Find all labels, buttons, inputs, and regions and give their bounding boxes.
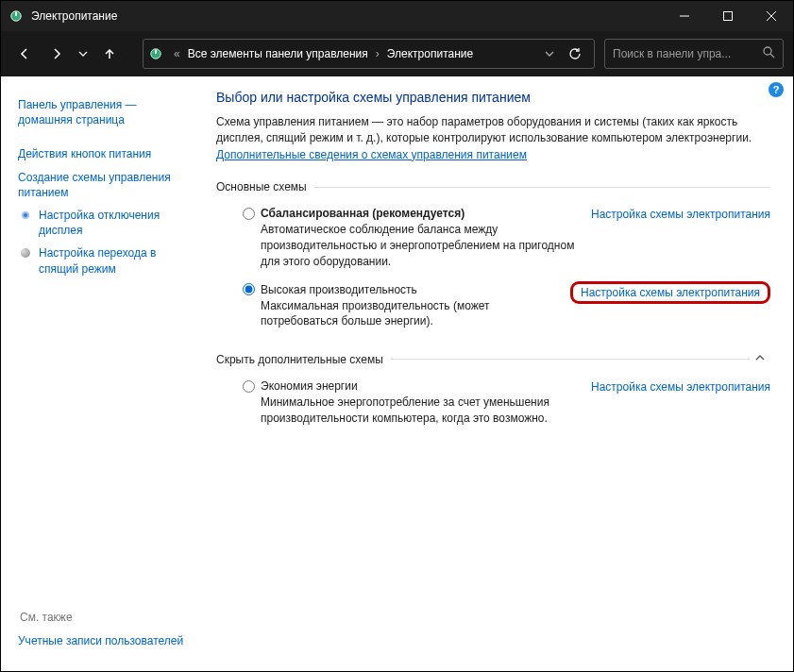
sidebar-item-sleep[interactable]: Настройка перехода в спящий режим — [39, 245, 194, 276]
close-button[interactable] — [750, 1, 793, 31]
chevron-right-icon: › — [372, 47, 383, 60]
plan-balanced: Сбалансированная (рекомендуется) Автомат… — [216, 203, 770, 271]
sidebar-item-button-actions[interactable]: Действия кнопок питания — [18, 146, 151, 161]
address-bar[interactable]: « Все элементы панели управления › Элект… — [143, 39, 595, 69]
section-hide-additional[interactable]: Скрыть дополнительные схемы — [216, 352, 770, 370]
display-off-icon — [18, 208, 33, 223]
collapse-icon[interactable] — [750, 352, 770, 366]
breadcrumb-power[interactable]: Электропитание — [383, 47, 477, 60]
svg-rect-7 — [155, 50, 157, 54]
breadcrumb-all-items[interactable]: Все элементы панели управления — [184, 47, 372, 60]
help-icon[interactable]: ? — [769, 82, 784, 97]
plan-balanced-radio[interactable] — [243, 208, 255, 220]
plan-eco-desc: Минимальное энергопотребление за счет ум… — [261, 395, 583, 427]
search-input[interactable] — [613, 47, 762, 60]
window-controls — [663, 1, 793, 31]
sleep-icon — [18, 245, 33, 260]
plan-high-config-link[interactable]: Настройка схемы электропитания — [581, 286, 760, 299]
plan-eco-config-link[interactable]: Настройка схемы электропитания — [591, 380, 770, 394]
page-title: Выбор или настройка схемы управления пит… — [216, 90, 770, 105]
highlighted-config-link: Настройка схемы электропитания — [570, 281, 770, 304]
search-bar — [604, 39, 784, 69]
plan-eco-name: Экономия энергии — [261, 379, 358, 393]
search-icon[interactable] — [762, 45, 775, 62]
up-button[interactable] — [95, 40, 124, 68]
maximize-button[interactable] — [706, 1, 750, 31]
navbar: « Все элементы панели управления › Элект… — [1, 31, 793, 76]
power-options-icon — [8, 8, 24, 24]
svg-line-9 — [770, 54, 774, 58]
titlebar: Электропитание — [1, 1, 793, 31]
plan-balanced-config-link[interactable]: Настройка схемы электропитания — [591, 208, 770, 221]
section-basic-plans: Основные схемы — [216, 180, 770, 197]
plan-balanced-name: Сбалансированная (рекомендуется) — [261, 207, 465, 220]
content-area: ? Панель управления — домашняя страница … — [1, 76, 793, 671]
refresh-button[interactable] — [562, 47, 588, 60]
see-also-label: См. также — [20, 611, 194, 624]
main-panel: Выбор или настройка схемы управления пит… — [199, 76, 793, 671]
window: Электропитание — [0, 0, 794, 672]
plan-eco: Экономия энергии Минимальное энергопотре… — [216, 376, 770, 428]
page-description: Схема управления питанием — это набор па… — [216, 114, 770, 163]
sidebar-item-display-off[interactable]: Настройка отключения дисплея — [39, 208, 194, 238]
breadcrumb-prefix: « — [170, 47, 184, 60]
plan-eco-radio[interactable] — [243, 380, 255, 393]
power-options-icon — [149, 46, 164, 61]
plan-high: Высокая производительность Максимальная … — [216, 279, 770, 332]
more-info-link[interactable]: Дополнительные сведения о схемах управле… — [216, 148, 527, 161]
svg-point-8 — [764, 47, 771, 55]
plan-balanced-desc: Автоматическое соблюдение баланса между … — [261, 222, 583, 269]
window-title: Электропитание — [31, 9, 663, 23]
plan-high-desc: Максимальная производительность (может п… — [261, 298, 563, 330]
svg-rect-1 — [15, 12, 17, 16]
plan-high-radio[interactable] — [243, 283, 255, 295]
recent-dropdown[interactable] — [75, 40, 92, 68]
address-dropdown[interactable] — [537, 49, 562, 59]
sidebar-user-accounts-link[interactable]: Учетные записи пользователей — [18, 633, 183, 648]
minimize-button[interactable] — [663, 1, 706, 31]
forward-button[interactable] — [42, 40, 71, 68]
control-panel-home-link[interactable]: Панель управления — домашняя страница — [18, 97, 194, 127]
sidebar-item-create-plan[interactable]: Создание схемы управления питанием — [18, 170, 194, 200]
plan-high-name: Высокая производительность — [261, 283, 417, 296]
sidebar: Панель управления — домашняя страница Де… — [1, 76, 199, 671]
svg-rect-3 — [724, 12, 733, 21]
back-button[interactable] — [10, 40, 39, 68]
